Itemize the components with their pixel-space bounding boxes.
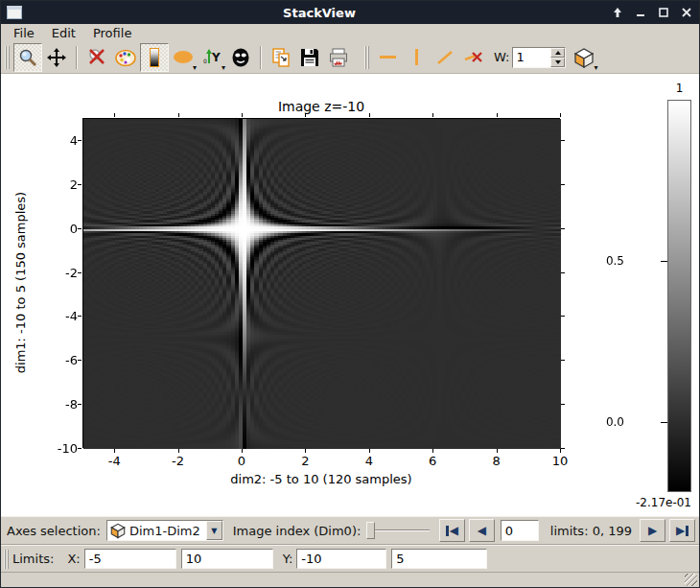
y-tick-mark [561,272,565,273]
x-tick-label: 2 [286,454,324,468]
y-tick-label: -6 [39,353,78,367]
x-tick-label: 8 [478,454,516,468]
dropdown-arrow-icon: ▾ [222,64,225,72]
aspect-ratio-button[interactable]: ▾ [169,43,198,72]
y-tick-mark [78,140,82,141]
menu-file[interactable]: File [5,25,43,41]
yaxis-orientation-button[interactable]: 0 Y ▾ [198,43,226,72]
y-tick-mark [78,448,82,449]
colormap-button[interactable] [111,43,140,72]
profile-hline-button[interactable] [373,43,402,72]
menu-edit[interactable]: Edit [43,25,84,41]
print-button[interactable] [324,43,353,72]
toolbar-handle[interactable] [5,46,10,69]
colorbar-toggle-button[interactable] [140,43,169,72]
x-tick-label: 6 [413,454,452,468]
combobox-dropdown-button[interactable]: ▼ [206,521,222,540]
previous-frame-button[interactable]: ◀ [469,519,495,542]
save-button[interactable] [295,43,324,72]
x-tick-mark [242,449,243,453]
profile-3d-button[interactable]: ▾ [570,43,598,72]
image-index-slider[interactable] [366,521,429,540]
figure-area: Image z=-10 -4-20246810420-2-4-6-8-100.5… [1,74,699,516]
first-frame-button[interactable]: ◀ [439,519,465,542]
slider-groove [366,529,429,531]
y-tick-mark [561,360,565,361]
profile-toolbar-handle[interactable] [364,46,369,69]
x-max-input[interactable] [181,549,273,569]
stackview-window: StackView File Edit Profile [0,0,700,588]
axes-selection-combobox[interactable]: Dim1-Dim2 ▼ [106,520,223,541]
y-tick-label: 4 [39,133,78,148]
x-tick-mark [369,113,370,117]
y-tick-mark [561,404,565,405]
spin-up-button[interactable] [550,48,565,58]
save-icon [299,47,320,68]
clear-profile-icon [463,47,484,68]
x-tick-mark [178,449,179,453]
next-frame-button[interactable]: ▶ [640,519,665,542]
menu-profile[interactable]: Profile [84,25,140,41]
toolbar: ▾ 0 Y ▾ [1,41,699,74]
slider-handle[interactable] [366,522,375,539]
maximize-button[interactable] [657,6,670,19]
y-tick-mark [561,140,565,141]
x-tick-mark [305,449,306,453]
x-tick-label: -2 [159,454,198,468]
y-min-input[interactable] [296,549,386,569]
y-tick-label: 2 [39,177,78,192]
y-max-input[interactable] [391,549,487,569]
profile-width-input[interactable] [513,48,550,67]
triangle-left-icon: ◀ [450,524,458,537]
shade-button[interactable] [611,6,624,19]
frame-index-input[interactable] [501,520,539,541]
cube-icon [109,522,127,539]
plot-title: Image z=-10 [82,99,560,114]
profile-vline-button[interactable] [402,43,431,72]
pan-mode-button[interactable] [42,43,71,72]
minimize-button[interactable] [634,6,647,19]
triangle-down-icon [555,60,561,64]
y-tick-label: -2 [39,266,78,280]
diagonal-line-icon [434,47,455,68]
x-tick-mark [114,113,115,117]
y-axis-label: dim1: -10 to 5 (150 samples) [13,134,28,432]
last-frame-button[interactable]: ▶ [669,519,695,542]
heatmap-canvas[interactable] [83,119,561,449]
limits-toolbar-handle[interactable] [4,550,9,569]
colorbar-tick-label: 0.0 [595,415,624,429]
x-axis-label: dim2: -5 to 10 (120 samples) [82,472,560,486]
mask-tools-button[interactable] [226,43,255,72]
colorbar-max-label: 1 [667,82,691,95]
x-tick-label: 4 [350,454,388,468]
resize-grip-icon[interactable] [685,574,697,586]
x-tick-mark [560,449,561,453]
profile-freeline-button[interactable] [431,43,459,72]
axes-selection-label: Axes selection: [7,524,101,538]
colorbar-tick-mark [661,261,667,262]
limits-label: Limits: [12,552,54,566]
y-tick-mark [78,360,82,361]
profile-clear-button[interactable] [459,43,488,72]
zoom-reset-button[interactable] [82,43,111,72]
svg-text:0: 0 [203,58,207,64]
colorbar-tick-label: 0.5 [595,254,624,268]
close-button[interactable] [680,6,693,19]
x-tick-mark [432,449,433,453]
spin-down-button[interactable] [550,58,565,67]
copy-button[interactable] [267,43,295,72]
x-tick-label: -4 [95,454,133,468]
profile-width-label: W: [494,50,509,64]
x-min-input[interactable] [84,549,176,569]
zoom-mode-button[interactable] [13,43,42,72]
vertical-line-icon [415,49,418,65]
x-tick-mark [497,113,498,117]
axes-selection-value: Dim1-Dim2 [127,524,206,538]
y-tick-mark [78,184,82,185]
y-tick-label: -8 [39,397,78,412]
magnifier-icon [17,47,38,68]
dropdown-arrow-icon: ▾ [594,64,597,72]
image-index-label: Image index (Dim0): [233,524,362,538]
triangle-left-icon: ◀ [478,524,486,537]
colorbar [667,100,691,492]
